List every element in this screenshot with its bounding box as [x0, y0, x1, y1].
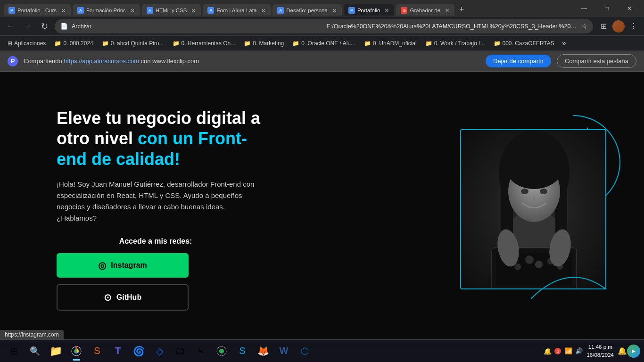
taskbar-file-manager[interactable]: 🗂 — [170, 341, 190, 362]
bookmark-abcd[interactable]: 📁 0. abcd Quinta Piru... — [98, 39, 168, 48]
tab-close-5[interactable]: ✕ — [332, 7, 337, 14]
back-button[interactable]: ← — [4, 20, 17, 33]
bookmark-label-4: 0. Marketing — [253, 40, 284, 47]
bookmark-herramientas[interactable]: 📁 0. Herramientas On... — [169, 39, 239, 48]
title-bar: P Portafolio - Curs ✕ A Formación Princ … — [0, 0, 644, 17]
file-manager-icon: 🗂 — [175, 345, 185, 357]
instagram-icon: ◎ — [98, 260, 106, 271]
windows-logo-icon: ⊞ — [10, 346, 18, 357]
taskbar-firefox[interactable]: 🦊 — [253, 341, 273, 362]
taskbar-word[interactable]: W — [273, 341, 294, 362]
word-icon: W — [280, 346, 289, 356]
search-icon: 🔍 — [30, 346, 40, 356]
tab-close-7[interactable]: ✕ — [445, 7, 450, 14]
tab-foro[interactable]: A Foro | Alura Lata ✕ — [203, 4, 271, 16]
bookmarks-more-button[interactable]: » — [559, 38, 569, 49]
taskbar-vscode[interactable]: ⬡ — [294, 341, 315, 362]
file-icon: 📄 — [60, 23, 68, 30]
bookmark-oracle[interactable]: 📁 0. Oracle ONE / Alu... — [289, 39, 359, 48]
minimize-button[interactable]: — — [573, 0, 595, 17]
github-button[interactable]: ⊙ GitHub — [57, 284, 189, 311]
system-clock[interactable]: 11:46 p.m. 16/08/2024 — [583, 343, 618, 358]
dropbox-icon: ◇ — [156, 346, 163, 357]
bottom-arc-svg — [521, 252, 616, 308]
tab-html-css[interactable]: A HTML y CSS ✕ — [142, 4, 201, 16]
taskbar-start-button[interactable]: ⊞ — [4, 341, 25, 362]
page-content: Eleve tu negocio digital a otro nivel co… — [0, 72, 644, 347]
bookmark-label-apps: Aplicaciones — [14, 40, 46, 47]
tab-desafio[interactable]: A Desafío: persona ✕ — [272, 4, 342, 16]
bookmark-0002024[interactable]: 📁 0. 000.2024 — [50, 39, 97, 48]
tab-label-1: Portafolio - Curs — [17, 8, 57, 13]
instagram-button[interactable]: ◎ Instagram — [57, 253, 189, 278]
taskbar-dropbox[interactable]: ◇ — [149, 341, 170, 362]
taskbar-chrome2[interactable] — [211, 341, 232, 362]
hero-title: Eleve tu negocio digital a otro nivel co… — [57, 108, 321, 169]
close-button[interactable]: ✕ — [619, 0, 640, 17]
apps-icon: ⊞ — [8, 40, 12, 47]
stop-sharing-button[interactable]: Dejar de compartir — [486, 55, 551, 67]
tab-close-2[interactable]: ✕ — [130, 7, 135, 14]
bookmark-label-8: 000. CazaOFERTAS — [503, 40, 554, 47]
folder-icon-4: 📁 — [244, 40, 251, 47]
tab-portafolio-active[interactable]: P Portafolio ✕ — [344, 4, 395, 16]
tab-formacion[interactable]: A Formación Princ ✕ — [73, 4, 140, 16]
menu-button[interactable]: ⋮ — [627, 20, 640, 33]
user-avatar — [612, 20, 625, 33]
system-tray[interactable]: 🔔 1 — [540, 347, 565, 355]
tab-grabador[interactable]: G Grabador de ✕ — [396, 4, 454, 16]
svg-point-10 — [540, 189, 547, 194]
bookmark-label-6: 0. UnADM_oficial — [373, 40, 417, 47]
sys-icons: 📶 🔊 — [565, 347, 583, 354]
bookmark-marketing[interactable]: 📁 0. Marketing — [240, 39, 288, 48]
svg-point-9 — [521, 189, 528, 194]
tab-portafolio-1[interactable]: P Portafolio - Curs ✕ — [4, 4, 71, 16]
svg-point-16 — [514, 263, 521, 270]
instagram-button-label: Instagram — [111, 261, 147, 270]
taskbar-profile-icon[interactable]: ▶ — [627, 345, 640, 358]
address-bar[interactable]: 📄 Archivo E:/Oracle%20ONE%20&%20Alura%20… — [55, 19, 593, 33]
action-center-button[interactable]: 🔔 — [618, 346, 627, 355]
tab-close-3[interactable]: ✕ — [191, 7, 196, 14]
taskbar-skype[interactable]: S — [232, 341, 253, 362]
bookmark-unadm[interactable]: 📁 0. UnADM_oficial — [360, 39, 421, 48]
address-url: E:/Oracle%20ONE%20&%20Alura%20LATAM/CURS… — [327, 23, 578, 30]
clock-date: 16/08/2024 — [586, 351, 614, 359]
navigation-bar: ← → ↻ 📄 Archivo E:/Oracle%20ONE%20&%20Al… — [0, 17, 644, 36]
folder-icon-2: 📁 — [102, 40, 109, 47]
taskbar-file-explorer[interactable]: 📁 — [45, 341, 66, 362]
reload-button[interactable]: ↻ — [38, 20, 51, 33]
bookmark-star-icon[interactable]: ☆ — [581, 23, 587, 30]
address-protocol: Archivo — [72, 23, 323, 30]
extensions-button[interactable]: ⊞ — [597, 20, 610, 33]
share-info-text: Compartiendo https://app.aluracursos.com… — [24, 58, 480, 65]
bookmark-cazaofertas[interactable]: 📁 000. CazaOFERTAS — [490, 39, 558, 48]
bookmark-applications[interactable]: ⊞ Aplicaciones — [4, 39, 50, 48]
taskbar-search-button[interactable]: 🔍 — [25, 341, 45, 362]
taskbar-sublime[interactable]: S — [87, 341, 107, 362]
taskbar-chrome[interactable] — [66, 341, 87, 362]
taskbar-mail[interactable]: ✉ — [190, 341, 211, 362]
address-actions: ☆ — [581, 23, 587, 30]
share-tab-button[interactable]: Compartir esta pestaña — [557, 54, 636, 68]
maximize-button[interactable]: □ — [596, 0, 618, 17]
profile-button[interactable] — [612, 20, 625, 33]
tab-close-6[interactable]: ✕ — [384, 7, 389, 14]
hero-networks-label: Accede a mis redes: — [57, 237, 255, 246]
tab-close-4[interactable]: ✕ — [261, 7, 266, 14]
tabs-container: P Portafolio - Curs ✕ A Formación Princ … — [4, 2, 571, 16]
forward-button[interactable]: → — [21, 20, 34, 33]
bookmark-label-3: 0. Herramientas On... — [182, 40, 236, 47]
bookmark-work[interactable]: 📁 0. Work / Trabajo /... — [421, 39, 489, 48]
tab-close-1[interactable]: ✕ — [61, 7, 66, 14]
window-controls: — □ ✕ — [573, 0, 640, 17]
taskbar-teams[interactable]: T — [107, 341, 128, 362]
new-tab-button[interactable]: + — [456, 4, 467, 16]
hero-title-line3: end de calidad! — [57, 149, 180, 169]
clock-time: 11:46 p.m. — [586, 343, 614, 351]
taskbar-edge[interactable]: 🌀 — [128, 341, 149, 362]
taskbar-profile-label: ▶ — [632, 348, 636, 354]
firefox-icon: 🦊 — [257, 346, 269, 357]
folder-icon-6: 📁 — [364, 40, 371, 47]
share-url-link[interactable]: https://app.aluracursos.com — [64, 58, 139, 65]
